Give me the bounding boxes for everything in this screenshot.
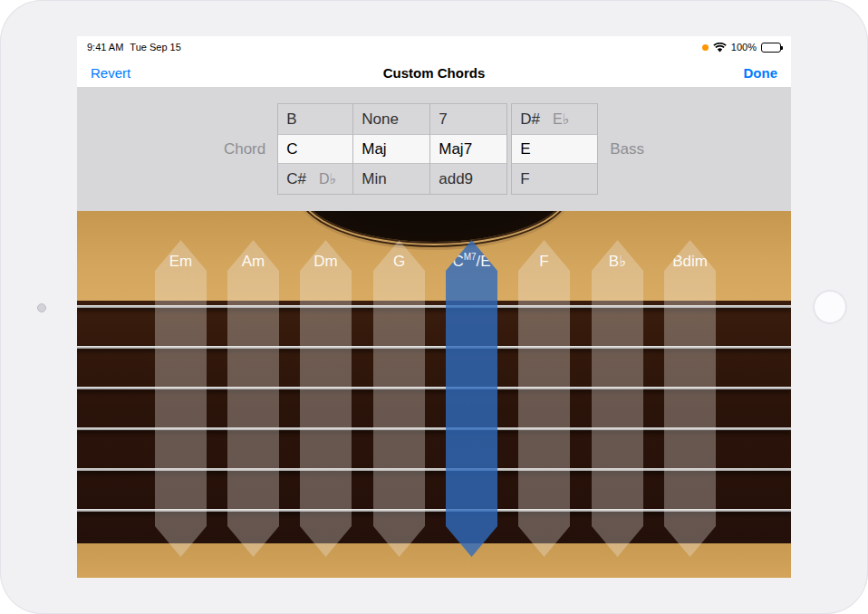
picker-option-root-b[interactable]: B	[278, 104, 352, 134]
chord-strip-g[interactable]: G	[373, 240, 425, 557]
flat-alt-label: D♭	[319, 170, 336, 187]
nav-bar: Revert Custom Chords Done	[77, 58, 791, 87]
chord-strips-layer: Em Am Dm G CM7/E F B♭	[77, 211, 791, 578]
flat-alt-label: E♭	[553, 110, 569, 128]
ipad-device-frame: 9:41 AM Tue Sep 15 100% Revert Cust	[0, 0, 868, 614]
revert-button[interactable]: Revert	[91, 65, 130, 81]
page-title: Custom Chords	[77, 65, 791, 81]
chord-wheel-group: B C C# D♭ None	[277, 103, 507, 195]
screen: 9:41 AM Tue Sep 15 100% Revert Cust	[77, 36, 791, 578]
wifi-icon	[713, 43, 727, 53]
picker-option-bass-dsharp[interactable]: D# E♭	[512, 104, 597, 134]
chord-strip-label: Bdim	[659, 252, 721, 271]
chord-strip-label: Am	[222, 252, 285, 271]
picker-option-root-csharp[interactable]: C# D♭	[278, 164, 352, 194]
chord-strip-am[interactable]: Am	[227, 240, 279, 557]
picker-option-quality-maj-selected[interactable]: Maj	[353, 134, 429, 164]
status-right: 100%	[702, 42, 781, 53]
picker-option-ext-add9[interactable]: add9	[430, 164, 506, 194]
picker-option-bass-f[interactable]: F	[512, 164, 597, 194]
home-button[interactable]	[813, 290, 847, 324]
done-button[interactable]: Done	[744, 65, 778, 81]
front-camera	[37, 303, 46, 312]
chord-strip-cm7-e-selected[interactable]: CM7/E	[446, 240, 497, 557]
picker-option-bass-e-selected[interactable]: E	[512, 134, 597, 164]
status-date: Tue Sep 15	[130, 42, 180, 53]
picker-option-ext-maj7-selected[interactable]: Maj7	[430, 134, 506, 164]
chord-strip-dm[interactable]: Dm	[300, 240, 352, 557]
picker-bass-column[interactable]: D# E♭ E F	[512, 104, 597, 194]
status-time: 9:41 AM	[87, 42, 123, 53]
picker-option-quality-none[interactable]: None	[353, 104, 429, 134]
orange-dot-indicator	[702, 44, 709, 51]
bass-wheel-group: D# E♭ E F	[511, 103, 598, 195]
picker-extension-column[interactable]: 7 Maj7 add9	[429, 104, 506, 194]
chord-strip-bflat[interactable]: B♭	[592, 240, 643, 557]
chord-strip-label: Em	[149, 252, 212, 271]
chord-strip-label: G	[368, 252, 430, 271]
battery-icon	[761, 43, 781, 53]
chord-strip-f[interactable]: F	[518, 240, 570, 557]
chord-strip-label: CM7/E	[440, 252, 503, 271]
chord-strip-label: F	[513, 252, 575, 271]
chord-strip-bdim[interactable]: Bdim	[664, 240, 716, 557]
chord-strip-label: Dm	[294, 252, 357, 271]
chord-strip-em[interactable]: Em	[155, 240, 207, 557]
chord-strip-label: B♭	[586, 252, 649, 271]
battery-nub	[781, 46, 783, 50]
chord-label: Chord	[224, 140, 265, 158]
status-left: 9:41 AM Tue Sep 15	[87, 42, 181, 53]
battery-percent: 100%	[731, 42, 757, 53]
picker-option-root-c-selected[interactable]: C	[278, 134, 352, 164]
chord-picker-area: Chord B C C# D♭	[77, 87, 791, 211]
picker-option-ext-7[interactable]: 7	[430, 104, 506, 134]
status-bar: 9:41 AM Tue Sep 15 100%	[77, 36, 791, 58]
bass-label: Bass	[610, 140, 644, 158]
picker-option-quality-min[interactable]: Min	[353, 164, 429, 194]
picker-root-column[interactable]: B C C# D♭	[278, 104, 352, 194]
picker-quality-column[interactable]: None Maj Min	[352, 104, 429, 194]
guitar-fretboard-area[interactable]: Em Am Dm G CM7/E F B♭	[77, 211, 791, 578]
picker-row: Chord B C C# D♭	[224, 103, 644, 195]
